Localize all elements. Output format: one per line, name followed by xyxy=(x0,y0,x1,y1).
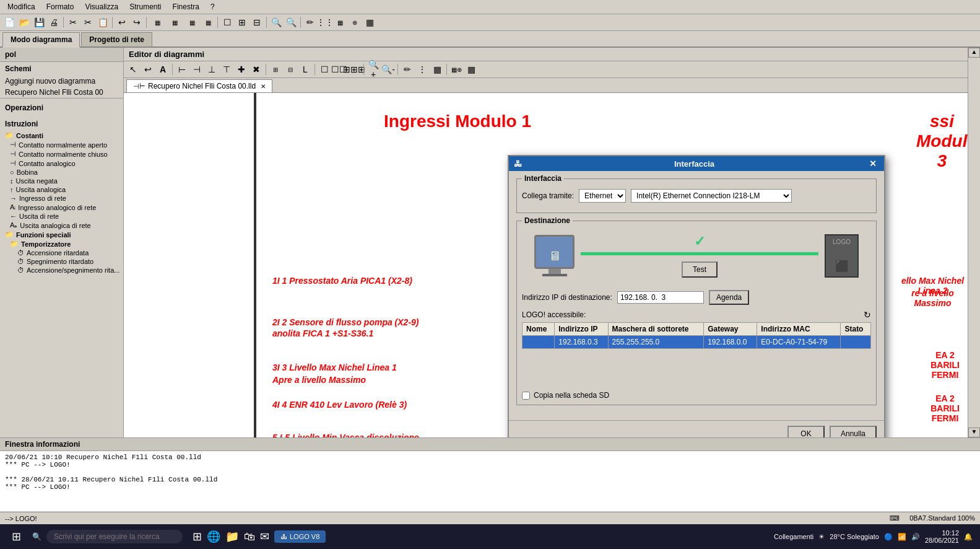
diag-b12[interactable]: ⊞⊞⊞ xyxy=(347,63,361,76)
diag-text[interactable]: A xyxy=(156,63,170,76)
agenda-button[interactable]: Agenda xyxy=(709,290,749,305)
toolbar-cut[interactable]: ✂ xyxy=(66,15,80,29)
diag-b7[interactable]: ⊞ xyxy=(269,63,282,76)
toolbar-zoom-out[interactable]: 🔍 xyxy=(284,15,298,29)
toolbar-b7[interactable]: ⊟ xyxy=(250,15,264,29)
taskbar-right: Collegamenti ☀ 28°C Soleggiato 🔵 📶 🔊 10:… xyxy=(774,529,978,544)
tab-modo-diagramma[interactable]: Modo diagramma xyxy=(2,32,80,48)
tree-item-0[interactable]: ⊣ Contatto normalmente aperto xyxy=(0,140,123,149)
diag-b4[interactable]: ⊤ xyxy=(220,63,233,76)
toolbar-redo[interactable]: ↪ xyxy=(130,15,144,29)
recover-item[interactable]: Recupero Nichel Flli Costa 00 xyxy=(0,87,123,98)
menu-formato[interactable]: Formato xyxy=(41,1,79,12)
toolbar-b3[interactable]: ▦ xyxy=(184,15,200,29)
diag-b13[interactable]: ⋮ xyxy=(415,63,429,76)
ip-input[interactable] xyxy=(617,291,704,304)
toolbar-undo[interactable]: ↩ xyxy=(115,15,129,29)
tree-item-5[interactable]: ↑ Uscita analogica xyxy=(0,185,123,194)
menu-visualizza[interactable]: Visualizza xyxy=(80,1,123,12)
copia-sd-checkbox[interactable] xyxy=(522,392,530,400)
menu-help[interactable]: ? xyxy=(206,1,220,12)
table-row[interactable]: 192.168.0.3 255.255.255.0 192.168.0.0 E0… xyxy=(523,336,871,349)
diag-b15[interactable]: ▦⊕ xyxy=(449,63,463,76)
explorer-icon[interactable]: 📁 xyxy=(225,530,239,543)
diag-undo[interactable]: ↩ xyxy=(141,63,155,76)
toolbar-new[interactable]: 📄 xyxy=(2,15,16,29)
accensione-spegnimento[interactable]: ⏱ Accensione/spegnimento rita... xyxy=(0,266,123,274)
toolbar-grid[interactable]: ⋮⋮ xyxy=(318,15,332,29)
collega-tramite-select[interactable]: Ethernet xyxy=(579,189,626,203)
toolbar-b6[interactable]: ⊞ xyxy=(235,15,249,29)
diag-b14[interactable]: ▦ xyxy=(430,63,444,76)
diag-b6[interactable]: ✖ xyxy=(249,63,263,76)
timer-icon3: ⏱ xyxy=(17,266,24,274)
tree-item-8[interactable]: ← Uscita di rete xyxy=(0,212,123,221)
taskview-icon[interactable]: ⊞ xyxy=(193,530,202,543)
toolbar-print[interactable]: 🖨 xyxy=(47,15,61,29)
diag-zoom-in[interactable]: 🔍+ xyxy=(366,63,380,76)
refresh-icon[interactable]: ↻ xyxy=(864,310,871,320)
tab-close-icon[interactable]: ✕ xyxy=(261,83,266,90)
toolbar-b9[interactable]: ⊕ xyxy=(348,15,362,29)
menu-strumenti[interactable]: Strumenti xyxy=(124,1,166,12)
toolbar-zoom-in[interactable]: 🔍 xyxy=(269,15,283,29)
scroll-up[interactable]: ▲ xyxy=(968,48,980,58)
taskbar-search-input[interactable] xyxy=(46,530,183,543)
annulla-button[interactable]: Annulla xyxy=(830,426,877,437)
diag-b2[interactable]: ⊣ xyxy=(190,63,204,76)
menu-finestra[interactable]: Finestra xyxy=(168,1,204,12)
schemi-section[interactable]: Schemi xyxy=(0,62,123,76)
add-diagram-item[interactable]: Aggiungi nuovo diagramma xyxy=(0,76,123,87)
ok-button[interactable]: OK xyxy=(787,426,825,437)
store-icon[interactable]: 🛍 xyxy=(244,530,255,543)
toolbar-b1[interactable]: ▦ xyxy=(149,15,165,29)
adapter-select[interactable]: Intel(R) Ethernet Connection I218-LM xyxy=(631,189,792,203)
diag-b8[interactable]: ⊟ xyxy=(284,63,297,76)
toolbar-b10[interactable]: ▦ xyxy=(363,15,376,29)
modal-interfaccia-title: Interfaccia xyxy=(522,174,564,183)
scroll-down[interactable]: ▼ xyxy=(968,428,980,437)
costanti-folder[interactable]: 📁 Costanti xyxy=(0,131,123,140)
tree-item-9[interactable]: Aₒ Uscita analogica di rete xyxy=(0,221,123,230)
start-button[interactable]: ⊞ xyxy=(2,524,30,549)
diag-b3[interactable]: ⊥ xyxy=(205,63,219,76)
accensione-ritardata[interactable]: ⏱ Accensione ritardata xyxy=(0,248,123,257)
diag-b9[interactable]: L xyxy=(298,63,312,76)
toolbar-edit[interactable]: ✏ xyxy=(303,15,317,29)
tree-item-4[interactable]: ↕ Uscita negata xyxy=(0,177,123,185)
diag-b10[interactable]: ☐ xyxy=(318,63,331,76)
diagram-tab-main[interactable]: ⊣⊢ Recupero Nichel Flli Costa 00.lld ✕ xyxy=(126,79,272,92)
test-button[interactable]: Test xyxy=(682,261,718,278)
toolbar-b5[interactable]: ☐ xyxy=(220,15,234,29)
tree-item-3[interactable]: ○ Bobina xyxy=(0,168,123,177)
tree-item-2[interactable]: ⊣ Contatto analogico xyxy=(0,159,123,168)
notification-icon[interactable]: 🔔 xyxy=(964,533,973,541)
toolbar-save[interactable]: 💾 xyxy=(32,15,46,29)
toolbar-b4[interactable]: ▦ xyxy=(201,15,215,29)
diag-b1[interactable]: ⊢ xyxy=(175,63,189,76)
diagram-toolbar: ↖ ↩ A ⊢ ⊣ ⊥ ⊤ ✚ ✖ ⊞ ⊟ L ☐ ☐☐ xyxy=(124,61,968,78)
edge-icon[interactable]: 🌐 xyxy=(207,530,220,543)
toolbar-copy[interactable]: 📋 xyxy=(96,15,110,29)
tree-item-7[interactable]: Aᵢ Ingresso analogico di rete xyxy=(0,203,123,212)
toolbar-cut2[interactable]: ✂ xyxy=(81,15,95,29)
tree-item-6[interactable]: → Ingresso di rete xyxy=(0,194,123,203)
diag-b5[interactable]: ✚ xyxy=(235,63,248,76)
spegnimento-ritardato[interactable]: ⏱ Spegnimento ritardato xyxy=(0,257,123,266)
modal-close-btn[interactable]: ✕ xyxy=(867,159,879,169)
tab-progetto-rete[interactable]: Progetto di rete xyxy=(81,32,152,46)
temporizzatore-folder[interactable]: 📁 Temporizzatore xyxy=(0,239,123,248)
diag-cursor[interactable]: ↖ xyxy=(126,63,140,76)
toolbar-open[interactable]: 📂 xyxy=(17,15,31,29)
toolbar-b8[interactable]: ▦ xyxy=(333,15,347,29)
diag-edit[interactable]: ✏ xyxy=(401,63,414,76)
connection-line xyxy=(581,252,818,255)
taskbar-logo-app[interactable]: 🖧 LOGO V8 xyxy=(274,530,326,543)
funzioni-speciali-folder[interactable]: 📁 Funzioni speciali xyxy=(0,230,123,239)
toolbar-b2[interactable]: ▦ xyxy=(167,15,183,29)
mail-icon[interactable]: ✉ xyxy=(260,530,269,543)
menu-modifica[interactable]: Modifica xyxy=(2,1,40,12)
diag-zoom-out[interactable]: 🔍- xyxy=(381,63,395,76)
tree-item-1[interactable]: ⊣ Contatto normalmente chiuso xyxy=(0,149,123,159)
diag-b16[interactable]: ▦ xyxy=(464,63,478,76)
